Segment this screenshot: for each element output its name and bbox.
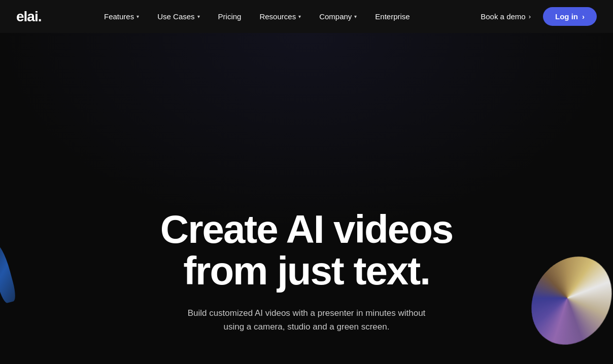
book-demo-button[interactable]: Book a demo › (472, 8, 539, 25)
nav-features-label: Features (104, 12, 134, 21)
hero-text: Create AI videos from just text. Build c… (160, 209, 453, 334)
arrow-right-icon: › (529, 13, 531, 20)
nav-item-use-cases[interactable]: Use Cases ▾ (150, 8, 207, 25)
arrow-right-icon: › (582, 12, 585, 21)
chevron-down-icon: ▾ (197, 14, 200, 19)
navbar: elai. Features ▾ Use Cases ▾ Pricing Res… (0, 0, 613, 33)
deco-right (522, 252, 613, 354)
deco-left-shape (0, 241, 18, 304)
chevron-down-icon: ▾ (137, 14, 139, 19)
nav-item-pricing[interactable]: Pricing (211, 8, 249, 25)
logo[interactable]: elai. (16, 9, 41, 25)
hero-headline-line1: Create AI videos (160, 207, 453, 251)
nav-item-enterprise[interactable]: Enterprise (368, 8, 417, 25)
nav-item-company[interactable]: Company ▾ (312, 8, 364, 25)
nav-pricing-label: Pricing (218, 12, 242, 21)
hero-headline-line2: from just text. (183, 248, 430, 293)
hero-headline: Create AI videos from just text. (160, 209, 453, 292)
nav-enterprise-label: Enterprise (375, 12, 410, 21)
nav-links: Features ▾ Use Cases ▾ Pricing Resources… (41, 8, 472, 25)
login-label: Log in (555, 12, 578, 21)
nav-use-cases-label: Use Cases (157, 12, 194, 21)
deco-left (0, 242, 25, 323)
nav-right: Book a demo › Log in › (472, 7, 597, 26)
login-button[interactable]: Log in › (543, 7, 597, 26)
book-demo-label: Book a demo (481, 12, 525, 21)
hero-section: Create AI videos from just text. Build c… (0, 33, 613, 364)
hero-subtext: Build customized AI videos with a presen… (180, 306, 433, 334)
chevron-down-icon: ▾ (298, 14, 301, 19)
chevron-down-icon: ▾ (354, 14, 357, 19)
deco-sphere (529, 246, 613, 347)
nav-resources-label: Resources (259, 12, 296, 21)
nav-item-resources[interactable]: Resources ▾ (252, 8, 308, 25)
nav-item-features[interactable]: Features ▾ (97, 8, 146, 25)
nav-company-label: Company (319, 12, 352, 21)
